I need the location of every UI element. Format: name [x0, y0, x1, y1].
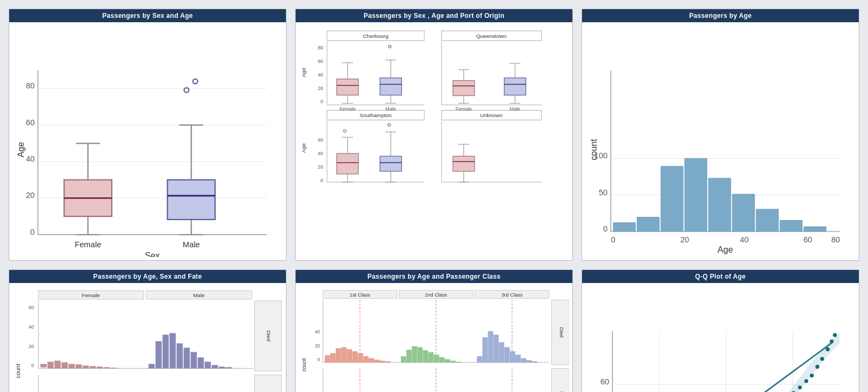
svg-marker-327 — [625, 333, 839, 392]
svg-rect-64 — [380, 78, 401, 95]
svg-text:80: 80 — [318, 45, 323, 50]
svg-text:Male: Male — [386, 106, 396, 112]
chart6-svg: Sample 0 30 60 — [585, 287, 856, 392]
svg-text:Unknown: Unknown — [480, 112, 502, 118]
svg-text:60: 60 — [318, 59, 323, 64]
svg-text:60: 60 — [318, 137, 323, 143]
svg-text:count: count — [301, 358, 307, 371]
svg-rect-161 — [90, 366, 95, 368]
svg-rect-156 — [55, 361, 61, 368]
chart3-body: count 0 50 100 — [582, 22, 859, 260]
svg-rect-172 — [198, 357, 204, 368]
svg-rect-250 — [418, 347, 423, 362]
svg-point-361 — [798, 385, 802, 389]
svg-rect-123 — [709, 178, 731, 232]
svg-rect-122 — [685, 158, 707, 232]
svg-rect-244 — [374, 359, 379, 362]
svg-rect-174 — [212, 365, 218, 368]
svg-text:Age: Age — [301, 67, 307, 77]
svg-text:20: 20 — [680, 235, 689, 244]
svg-text:Female: Female — [82, 292, 100, 298]
svg-rect-168 — [170, 333, 176, 368]
svg-rect-157 — [62, 362, 68, 368]
svg-text:40: 40 — [318, 72, 323, 78]
svg-text:Age: Age — [717, 245, 733, 254]
svg-text:Queenstown: Queenstown — [476, 33, 507, 39]
svg-rect-236 — [330, 353, 335, 362]
svg-text:0: 0 — [317, 357, 320, 362]
chart-passengers-age: Passengers by Age count 0 50 100 — [582, 9, 859, 261]
svg-text:Cherbourg: Cherbourg — [363, 33, 388, 39]
svg-rect-247 — [401, 356, 406, 362]
svg-point-365 — [820, 357, 824, 361]
svg-rect-77 — [504, 78, 526, 95]
svg-text:20: 20 — [318, 164, 323, 170]
svg-rect-242 — [363, 356, 368, 362]
chart-passengers-age-sex-fate: Passengers by Age, Sex and Fate count Fe… — [9, 269, 286, 392]
svg-rect-164 — [111, 368, 117, 368]
chart4-svg: count Female Male Died Survived 0 20 40 … — [12, 287, 283, 392]
svg-point-68 — [388, 45, 391, 48]
svg-text:20: 20 — [26, 191, 35, 200]
svg-rect-155 — [48, 362, 54, 368]
svg-rect-235 — [325, 355, 330, 362]
chart2-title: Passengers by Sex , Age and Port of Orig… — [296, 9, 572, 22]
svg-rect-173 — [205, 362, 211, 368]
svg-rect-253 — [434, 355, 439, 362]
svg-text:60: 60 — [29, 305, 34, 310]
svg-rect-264 — [510, 351, 515, 362]
svg-text:0: 0 — [31, 363, 34, 368]
svg-rect-217 — [552, 368, 569, 392]
svg-point-94 — [388, 124, 391, 126]
svg-text:Male: Male — [193, 292, 205, 298]
chart1-body: Age 0 20 40 60 80 — [9, 22, 286, 260]
chart2-svg: Cherbourg Queenstown Southampton Unknown… — [299, 27, 569, 183]
svg-rect-165 — [149, 364, 155, 368]
svg-text:Female: Female — [340, 106, 356, 112]
svg-text:2nd Class: 2nd Class — [425, 292, 447, 297]
svg-rect-169 — [177, 343, 183, 368]
svg-rect-255 — [445, 359, 450, 363]
svg-rect-170 — [184, 348, 190, 368]
svg-text:0: 0 — [321, 178, 323, 183]
svg-rect-240 — [353, 351, 358, 362]
svg-rect-162 — [97, 367, 103, 368]
svg-text:count: count — [15, 364, 21, 378]
svg-rect-248 — [406, 350, 411, 362]
svg-rect-246 — [386, 361, 391, 362]
svg-text:Male: Male — [510, 106, 520, 112]
svg-point-362 — [805, 379, 808, 383]
svg-rect-83 — [337, 153, 359, 174]
svg-rect-267 — [527, 360, 532, 362]
svg-text:60: 60 — [26, 118, 35, 127]
svg-text:20: 20 — [315, 343, 321, 348]
dashboard: Passengers by Sex and Age Age 0 20 40 60… — [9, 9, 859, 392]
svg-rect-167 — [163, 335, 169, 368]
svg-text:40: 40 — [315, 329, 321, 335]
svg-rect-90 — [380, 156, 401, 171]
svg-rect-119 — [613, 223, 635, 232]
svg-text:Age: Age — [16, 142, 25, 158]
chart3-title: Passengers by Age — [582, 9, 859, 22]
svg-text:20: 20 — [318, 86, 323, 91]
chart-passengers-sex-age: Passengers by Sex and Age Age 0 20 40 60… — [9, 9, 286, 261]
svg-rect-125 — [756, 209, 778, 232]
svg-rect-249 — [412, 346, 417, 363]
svg-text:80: 80 — [26, 81, 35, 90]
svg-rect-158 — [69, 364, 75, 368]
chart5-title: Passengers by Age and Passenger Class — [296, 270, 572, 283]
svg-rect-259 — [482, 337, 487, 362]
svg-text:40: 40 — [26, 155, 35, 163]
svg-rect-261 — [494, 335, 499, 362]
svg-rect-254 — [439, 357, 444, 362]
svg-rect-237 — [336, 348, 341, 362]
svg-text:Died: Died — [559, 327, 564, 337]
chart5-body: count 1st Class 2nd Class 3rd Class Died… — [296, 283, 572, 392]
svg-rect-251 — [423, 350, 428, 362]
svg-text:40: 40 — [318, 151, 323, 156]
svg-text:50: 50 — [599, 188, 608, 197]
svg-rect-58 — [337, 79, 359, 95]
svg-text:Died: Died — [266, 330, 272, 341]
svg-text:0: 0 — [30, 228, 35, 236]
svg-rect-260 — [488, 331, 493, 362]
